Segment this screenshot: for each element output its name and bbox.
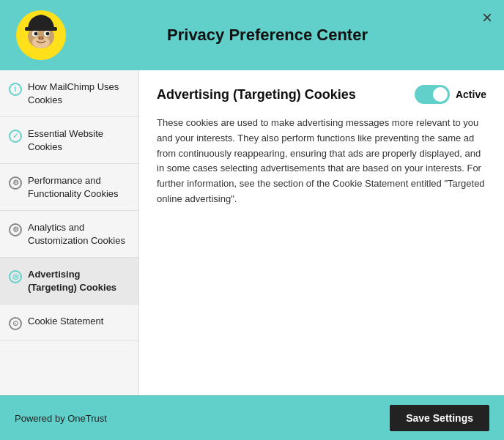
modal-title: Privacy Preference Center (67, 26, 467, 45)
svg-point-6 (46, 32, 50, 36)
privacy-preference-modal: Privacy Preference Center × i How MailCh… (0, 0, 504, 440)
sidebar-label-performance: Performance and Functionality Cookies (28, 174, 130, 200)
toggle-label: Active (456, 89, 486, 100)
sidebar-icon-performance: ⚙ (9, 175, 22, 190)
toggle-container: Active (415, 85, 486, 104)
sidebar-item-performance[interactable]: ⚙ Performance and Functionality Cookies (0, 164, 138, 211)
sidebar-item-how-mailchimp[interactable]: i How MailChimp Uses Cookies (0, 70, 138, 117)
sidebar-icon-cookie-statement: ⊙ (9, 316, 22, 330)
svg-point-5 (34, 32, 38, 36)
sidebar-icon-essential: ✓ (9, 128, 22, 143)
sidebar-label-essential: Essential Website Cookies (28, 127, 130, 153)
sidebar-icon-analytics: ⚙ (9, 222, 22, 236)
mailchimp-logo (15, 9, 67, 61)
sidebar-item-essential[interactable]: ✓ Essential Website Cookies (0, 117, 138, 164)
sidebar-icon-how-mailchimp: i (9, 81, 22, 96)
modal-body: i How MailChimp Uses Cookies ✓ Essential… (0, 70, 504, 395)
svg-point-9 (42, 37, 43, 39)
sidebar-item-cookie-statement[interactable]: ⊙ Cookie Statement (0, 305, 138, 341)
modal-footer: Powered by OneTrust Save Settings (0, 395, 504, 440)
sidebar-item-advertising[interactable]: ◎ Advertising (Targeting) Cookies (0, 258, 138, 305)
content-title: Advertising (Targeting) Cookies (157, 87, 356, 102)
content-description: These cookies are used to make advertisi… (157, 116, 486, 207)
main-content: Advertising (Targeting) Cookies Active T… (139, 70, 504, 395)
svg-point-8 (39, 37, 40, 39)
sidebar-label-advertising: Advertising (Targeting) Cookies (28, 268, 130, 294)
save-settings-button[interactable]: Save Settings (390, 405, 489, 431)
content-header: Advertising (Targeting) Cookies Active (157, 85, 486, 104)
svg-rect-10 (25, 27, 57, 31)
sidebar-icon-advertising: ◎ (9, 269, 22, 283)
sidebar-label-how-mailchimp: How MailChimp Uses Cookies (28, 81, 130, 106)
close-button[interactable]: × (482, 9, 492, 26)
sidebar-item-analytics[interactable]: ⚙ Analytics and Customization Cookies (0, 211, 138, 258)
toggle-switch[interactable] (415, 85, 450, 104)
sidebar: i How MailChimp Uses Cookies ✓ Essential… (0, 70, 139, 395)
powered-by-text: Powered by OneTrust (15, 413, 107, 424)
sidebar-label-analytics: Analytics and Customization Cookies (28, 221, 130, 247)
sidebar-label-cookie-statement: Cookie Statement (28, 315, 103, 328)
modal-header: Privacy Preference Center × (0, 0, 504, 70)
